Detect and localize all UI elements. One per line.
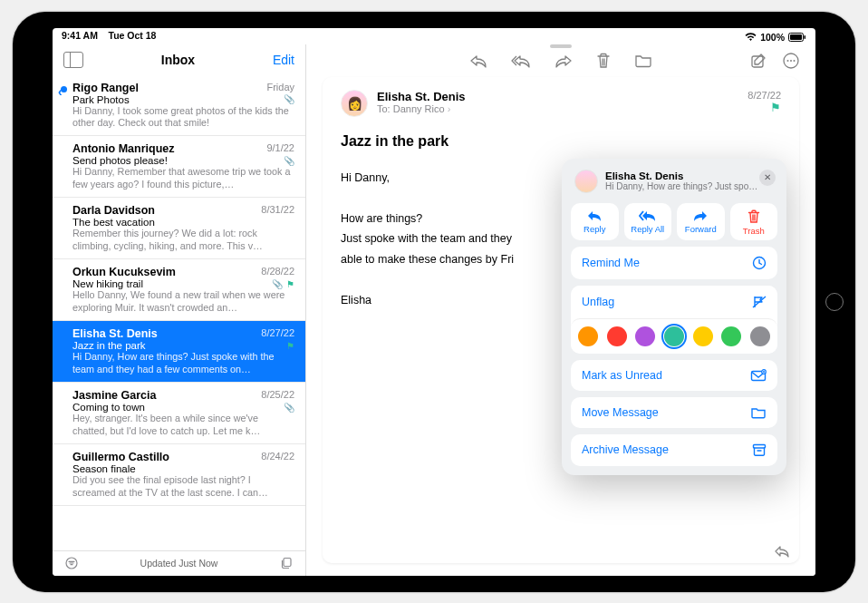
ipad-frame: 9:41 AM Tue Oct 18 100% Inbox xyxy=(13,12,855,592)
edit-button[interactable]: Edit xyxy=(273,53,294,67)
message-row[interactable]: ‹Rigo RangelFridayPark Photos📎Hi Danny, … xyxy=(53,75,305,137)
flag-color-red[interactable] xyxy=(607,326,627,346)
thread-reply-icon[interactable] xyxy=(774,545,790,558)
home-button[interactable] xyxy=(825,293,844,311)
row-subject: Season finale xyxy=(72,463,136,474)
row-date: 8/24/22 xyxy=(261,451,294,463)
svg-rect-14 xyxy=(754,444,766,448)
row-subject: Jazz in the park xyxy=(72,340,146,351)
forward-button[interactable]: Forward xyxy=(677,203,725,240)
trash-button[interactable]: Trash xyxy=(730,203,778,240)
row-indicators: 📎⚑ xyxy=(272,279,294,289)
battery-icon xyxy=(788,33,806,42)
row-date: 9/1/22 xyxy=(266,142,294,155)
message-row[interactable]: Orkun Kucuksevim8/28/22New hiking trail📎… xyxy=(53,259,305,321)
message-list[interactable]: ‹Rigo RangelFridayPark Photos📎Hi Danny, … xyxy=(53,75,305,550)
message-row[interactable]: Jasmine Garcia8/25/22Coming to town📎Hey,… xyxy=(53,383,305,444)
message-row[interactable]: Elisha St. Denis8/27/22Jazz in the park⚑… xyxy=(53,321,305,383)
to-name: Danny Rico xyxy=(393,103,445,114)
row-preview: Hi Danny, Remember that awesome trip we … xyxy=(72,166,294,190)
reply-all-button[interactable]: Reply All xyxy=(624,203,672,240)
message-row[interactable]: Guillermo Castillo8/24/22Season finaleDi… xyxy=(53,444,305,506)
paperclip-icon: 📎 xyxy=(284,403,294,413)
envelope-icon xyxy=(750,369,767,382)
more-icon[interactable] xyxy=(783,53,799,69)
message-row[interactable]: Darla Davidson8/31/22The best vacationRe… xyxy=(53,198,305,259)
unflag-button[interactable]: Unflag xyxy=(571,286,777,318)
flag-color-teal[interactable] xyxy=(664,326,684,346)
sidebar-toggle-button[interactable] xyxy=(63,52,83,68)
to-line[interactable]: To: Danny Rico › xyxy=(377,103,466,114)
flag-color-purple[interactable] xyxy=(635,326,655,346)
row-subject: Coming to town xyxy=(72,402,145,413)
sheet-sender-name: Elisha St. Denis xyxy=(605,170,759,181)
archive-message-button[interactable]: Archive Message xyxy=(571,434,777,466)
row-indicators: 📎 xyxy=(284,403,294,413)
unflag-label: Unflag xyxy=(582,296,614,308)
reply-icon[interactable] xyxy=(469,53,487,68)
row-date: 8/31/22 xyxy=(261,204,294,217)
chevron-back-icon[interactable]: ‹ xyxy=(58,84,63,99)
row-preview: Hey, stranger. It's been a while since w… xyxy=(72,413,294,437)
mailbox-list-pane: Inbox Edit ‹Rigo RangelFridayPark Photos… xyxy=(53,44,306,576)
sheet-avatar xyxy=(574,170,598,193)
list-header: Inbox Edit xyxy=(53,44,305,75)
sheet-preview: Hi Danny, How are things? Just spoke… xyxy=(605,181,759,191)
status-left: 9:41 AM Tue Oct 18 xyxy=(62,30,156,44)
flag-color-row xyxy=(571,318,777,354)
row-indicators: 📎 xyxy=(284,156,294,166)
row-preview: Did you see the final episode last night… xyxy=(72,474,294,499)
row-indicators: 📎 xyxy=(284,94,294,104)
row-sender: Jasmine Garcia xyxy=(72,389,156,402)
detail-subject: Jazz in the park xyxy=(341,133,781,150)
move-message-button[interactable]: Move Message xyxy=(571,397,777,428)
message-row[interactable]: Antonio Manriquez9/1/22Send photos pleas… xyxy=(53,136,305,198)
remind-me-button[interactable]: Remind Me xyxy=(571,247,777,279)
row-sender: Rigo Rangel xyxy=(72,82,139,94)
svg-rect-1 xyxy=(790,34,802,40)
filter-icon[interactable] xyxy=(65,557,78,569)
svg-point-8 xyxy=(790,60,792,62)
sheet-close-button[interactable]: ✕ xyxy=(759,170,776,186)
status-right: 100% xyxy=(745,30,806,44)
archive-icon xyxy=(752,443,767,457)
updated-status: Updated Just Now xyxy=(78,558,280,569)
reply-button[interactable]: Reply xyxy=(571,203,619,240)
row-sender: Elisha St. Denis xyxy=(72,327,158,340)
flag-color-yellow[interactable] xyxy=(693,326,713,346)
row-preview: Hi Danny, How are things? Just spoke wit… xyxy=(72,351,294,375)
flag-icon[interactable]: ⚑ xyxy=(747,101,781,114)
trash-icon[interactable] xyxy=(596,53,611,69)
folder-icon[interactable] xyxy=(634,53,652,68)
remind-me-label: Remind Me xyxy=(582,257,640,269)
forward-label: Forward xyxy=(685,224,717,234)
sender-avatar[interactable]: 👩 xyxy=(341,90,368,117)
row-date: 8/28/22 xyxy=(261,266,294,278)
forward-icon[interactable] xyxy=(555,53,573,68)
compose-icon[interactable] xyxy=(750,53,767,69)
flag-group: Unflag xyxy=(571,286,777,354)
wifi-icon xyxy=(745,33,757,42)
row-preview: Hello Danny, We found a new trail when w… xyxy=(72,289,294,314)
row-sender: Darla Davidson xyxy=(72,204,155,217)
row-date: 8/27/22 xyxy=(261,327,294,340)
flag-color-green[interactable] xyxy=(721,326,741,346)
detail-toolbar xyxy=(306,44,815,77)
reply-label: Reply xyxy=(583,224,605,234)
status-bar: 9:41 AM Tue Oct 18 100% xyxy=(53,28,815,44)
row-sender: Antonio Manriquez xyxy=(72,142,175,155)
mark-unread-button[interactable]: Mark as Unread xyxy=(571,360,777,391)
unflag-icon xyxy=(752,295,767,309)
folder-move-icon xyxy=(750,406,767,419)
row-date: 8/25/22 xyxy=(261,389,294,402)
row-subject: The best vacation xyxy=(72,217,155,228)
paperclip-icon: 📎 xyxy=(272,279,283,289)
move-message-label: Move Message xyxy=(582,406,659,419)
flag-color-orange[interactable] xyxy=(578,326,598,346)
reply-all-icon[interactable] xyxy=(511,53,531,68)
from-name[interactable]: Elisha St. Denis xyxy=(377,90,466,103)
row-sender: Guillermo Castillo xyxy=(72,451,169,463)
quick-actions-row: Reply Reply All Forward Trash xyxy=(571,203,777,240)
flag-color-gray[interactable] xyxy=(750,326,770,346)
copy-icon[interactable] xyxy=(280,557,293,569)
